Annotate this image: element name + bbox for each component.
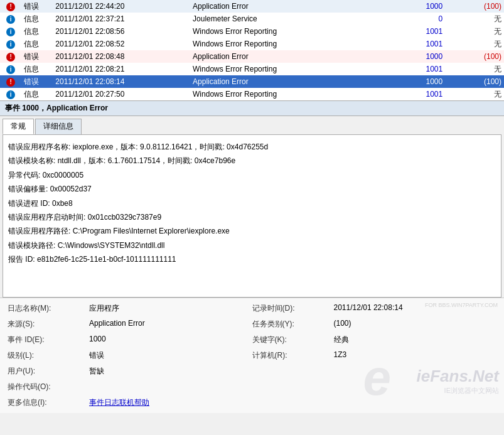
source-value: Application Error <box>89 318 252 331</box>
row-icon: ! <box>0 75 21 88</box>
row-id: 1000 <box>396 75 445 88</box>
log-name-value: 应用程序 <box>89 302 252 315</box>
keyword-value: 经典 <box>334 333 497 346</box>
detail-line: 报告 ID: e81b2fe6-1c25-11e1-b0cf-101111111… <box>8 252 496 266</box>
info-icon: i <box>6 28 15 36</box>
detail-line: 错误模块名称: ntdll.dll，版本: 6.1.7601.17514，时间戳… <box>8 154 496 168</box>
row-date: 2011/12/01 20:27:50 <box>53 88 190 100</box>
table-row[interactable]: i 信息 2011/12/01 20:27:50 Windows Error R… <box>0 88 504 100</box>
detail-line: 错误应用程序启动时间: 0x01ccb0329c7387e9 <box>8 210 496 224</box>
row-icon: ! <box>0 50 21 63</box>
detail-lines: 错误应用程序名称: iexplore.exe，版本: 9.0.8112.1642… <box>8 140 496 267</box>
table-row[interactable]: ! 错误 2011/12/01 22:08:14 Application Err… <box>0 75 504 88</box>
row-icon: i <box>0 63 21 75</box>
level-value: 错误 <box>89 349 252 362</box>
detail-line: 错误进程 ID: 0xbe8 <box>8 196 496 210</box>
detail-line: 错误偏移量: 0x00052d37 <box>8 182 496 196</box>
log-name-label: 日志名称(M): <box>8 302 89 315</box>
tab-常规[interactable]: 常规 <box>3 119 34 134</box>
row-date: 2011/12/01 22:44:20 <box>53 0 190 13</box>
keyword-label: 关键字(K): <box>252 333 334 346</box>
tab-详细信息[interactable]: 详细信息 <box>35 119 82 134</box>
row-source: Windows Error Reporting <box>190 63 396 75</box>
row-source: Windows Error Reporting <box>190 38 396 50</box>
computer-value: 1Z3 <box>334 349 497 362</box>
row-type: 信息 <box>21 38 53 50</box>
row-task: 无 <box>445 38 504 50</box>
table-row[interactable]: i 信息 2011/12/01 22:08:21 Windows Error R… <box>0 63 504 75</box>
row-type: 错误 <box>21 75 53 88</box>
bottom-info: 日志名称(M): 应用程序 记录时间(D): 2011/12/01 22:08:… <box>0 298 504 413</box>
table-row[interactable]: ! 错误 2011/12/01 22:08:48 Application Err… <box>0 50 504 63</box>
row-type: 信息 <box>21 25 53 38</box>
table-row[interactable]: i 信息 2011/12/01 22:08:56 Windows Error R… <box>0 25 504 38</box>
detail-line: 错误应用程序名称: iexplore.exe，版本: 9.0.8112.1642… <box>8 140 496 154</box>
content-panel: 错误应用程序名称: iexplore.exe，版本: 9.0.8112.1642… <box>3 134 501 298</box>
table-row[interactable]: i 信息 2011/12/01 22:37:21 Joulemeter Serv… <box>0 13 504 25</box>
more-info-label: 更多信息(I): <box>8 396 89 409</box>
row-date: 2011/12/01 22:08:14 <box>53 75 190 88</box>
row-icon: i <box>0 25 21 38</box>
row-task: 无 <box>445 25 504 38</box>
event-bar: 事件 1000，Application Error <box>0 100 504 116</box>
row-task: 无 <box>445 63 504 75</box>
row-source: Application Error <box>190 75 396 88</box>
row-id: 1001 <box>396 88 445 100</box>
row-date: 2011/12/01 22:08:56 <box>53 25 190 38</box>
level-label: 级别(L): <box>8 349 89 362</box>
info-icon: i <box>6 90 15 99</box>
opcode-value <box>89 380 252 394</box>
row-id: 1001 <box>396 63 445 75</box>
record-time-value: 2011/12/01 22:08:14 <box>334 302 497 315</box>
row-type: 信息 <box>21 88 53 100</box>
row-id: 1000 <box>396 0 445 13</box>
opcode-label: 操作代码(O): <box>8 380 89 394</box>
error-icon: ! <box>6 53 15 62</box>
log-table: ! 错误 2011/12/01 22:44:20 Application Err… <box>0 0 504 100</box>
table-row[interactable]: ! 错误 2011/12/01 22:44:20 Application Err… <box>0 0 504 13</box>
row-type: 信息 <box>21 13 53 25</box>
task-value: (100) <box>334 318 497 331</box>
detail-line: 异常代码: 0xc0000005 <box>8 168 496 182</box>
row-id: 1001 <box>396 25 445 38</box>
row-type: 错误 <box>21 0 53 13</box>
row-icon: i <box>0 13 21 25</box>
row-source: Windows Error Reporting <box>190 88 396 100</box>
info-icon: i <box>6 65 15 74</box>
row-source: Application Error <box>190 0 396 13</box>
source-label: 来源(S): <box>8 318 89 331</box>
row-icon: i <box>0 88 21 100</box>
row-id: 1001 <box>396 38 445 50</box>
row-id: 1000 <box>396 50 445 63</box>
error-icon: ! <box>6 3 15 11</box>
task-label: 任务类别(Y): <box>252 318 334 331</box>
record-time-label: 记录时间(D): <box>252 302 334 315</box>
row-date: 2011/12/01 22:08:48 <box>53 50 190 63</box>
info-icon: i <box>6 40 15 49</box>
more-info-value: 事件日志联机帮助 <box>89 396 252 409</box>
more-info-link[interactable]: 事件日志联机帮助 <box>89 398 149 407</box>
row-date: 2011/12/01 22:37:21 <box>53 13 190 25</box>
tabs-row: 常规详细信息 <box>3 119 501 134</box>
row-task: 无 <box>445 13 504 25</box>
row-type: 信息 <box>21 63 53 75</box>
row-icon: i <box>0 38 21 50</box>
user-value: 暂缺 <box>89 365 252 378</box>
row-task: (100) <box>445 0 504 13</box>
row-type: 错误 <box>21 50 53 63</box>
error-icon: ! <box>6 78 15 87</box>
row-icon: ! <box>0 0 21 13</box>
detail-line: 错误模块路径: C:\Windows\SYSTEM32\ntdll.dll <box>8 239 496 252</box>
row-id: 0 <box>396 13 445 25</box>
info-icon: i <box>6 15 15 24</box>
tabs-container: 常规详细信息 <box>0 116 504 134</box>
table-row[interactable]: i 信息 2011/12/01 22:08:52 Windows Error R… <box>0 38 504 50</box>
row-task: 无 <box>445 88 504 100</box>
event-id-value: 1000 <box>89 333 252 346</box>
row-source: Application Error <box>190 50 396 63</box>
event-bar-text: 事件 1000，Application Error <box>5 104 108 112</box>
row-task: (100) <box>445 50 504 63</box>
row-source: Windows Error Reporting <box>190 25 396 38</box>
row-source: Joulemeter Service <box>190 13 396 25</box>
row-date: 2011/12/01 22:08:21 <box>53 63 190 75</box>
